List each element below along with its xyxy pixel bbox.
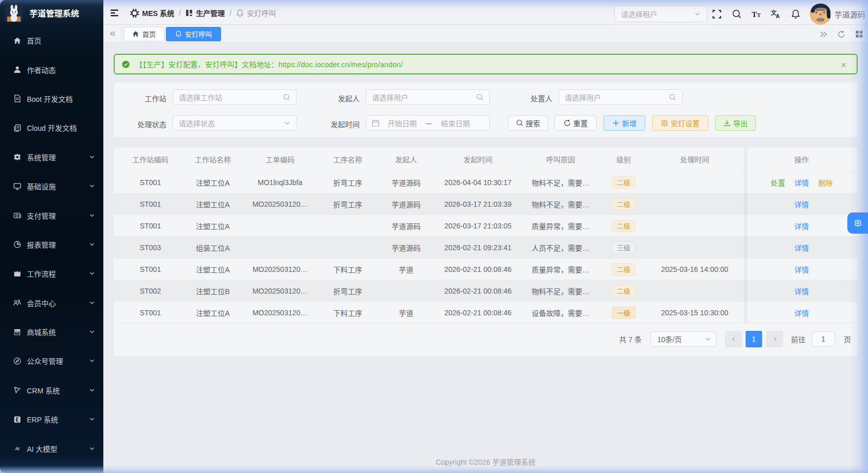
svg-text:A: A — [776, 13, 780, 19]
svg-text:T: T — [752, 10, 757, 19]
svg-text:T: T — [757, 12, 761, 18]
svg-text:AI: AI — [15, 446, 19, 451]
